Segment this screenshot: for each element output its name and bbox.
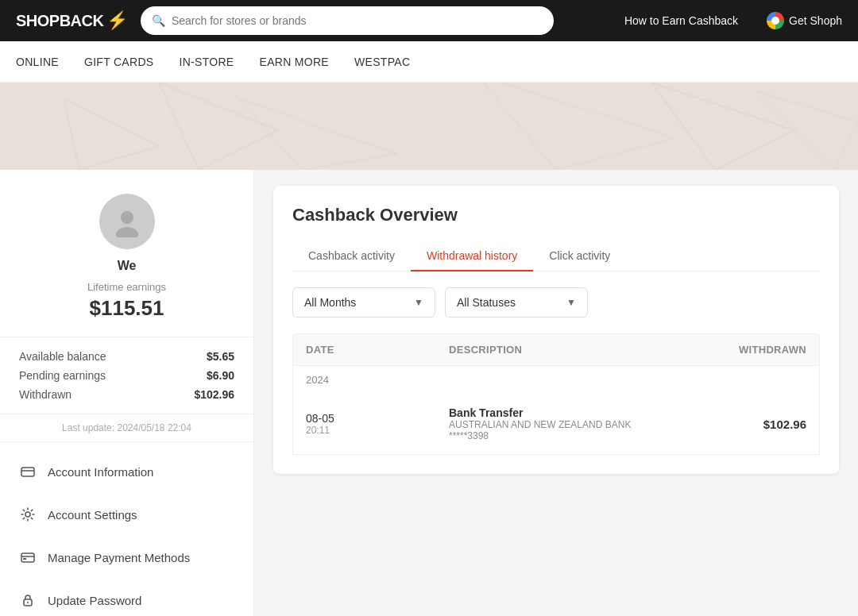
row-time: 20:11 [306, 425, 449, 436]
logo[interactable]: SHOPBACK ⚡ [16, 10, 128, 31]
col-description: Description [449, 344, 663, 356]
withdrawn-label: Withdrawn [19, 388, 72, 401]
lifetime-label: Lifetime earnings [87, 281, 166, 293]
search-input[interactable] [172, 14, 543, 27]
chrome-icon [767, 12, 784, 29]
last-update: Last update: 2024/05/18 22:04 [0, 414, 253, 442]
search-bar[interactable]: 🔍 [141, 6, 554, 35]
lifetime-amount: $115.51 [90, 296, 164, 321]
filters: All Months ▼ All Statuses ▼ [292, 287, 820, 318]
amount-cell: $102.96 [663, 418, 806, 431]
svg-point-9 [27, 602, 29, 603]
menu-label-account-settings: Account Settings [48, 508, 137, 522]
lock-icon [19, 591, 37, 609]
svg-point-1 [116, 227, 138, 237]
col-withdrawn: Withdrawn [663, 344, 806, 356]
main-content: We Lifetime earnings $115.51 Available b… [0, 170, 858, 616]
nav-online[interactable]: ONLINE [16, 52, 59, 71]
sidebar-profile: We Lifetime earnings $115.51 [0, 170, 253, 337]
filter-months-dropdown[interactable]: All Months ▼ [292, 287, 435, 318]
description-cell: Bank Transfer AUSTRALIAN AND NEW ZEALAND… [449, 406, 663, 441]
menu-item-update-password[interactable]: Update Password [0, 579, 253, 616]
balance-section: Available balance $5.65 Pending earnings… [0, 337, 253, 414]
svg-point-4 [25, 512, 30, 517]
table-header: Date Description Withdrawn [292, 333, 820, 366]
col-date: Date [306, 344, 449, 356]
available-balance-label: Available balance [19, 350, 106, 363]
menu-item-payment-methods[interactable]: Manage Payment Methods [0, 536, 253, 579]
tabs: Cashback activity Withdrawal history Cli… [292, 241, 820, 271]
card-icon [19, 463, 37, 480]
search-icon: 🔍 [152, 14, 165, 27]
svg-rect-2 [21, 468, 34, 476]
withdrawn-value: $102.96 [194, 388, 234, 401]
chevron-down-icon-2: ▼ [566, 297, 576, 308]
last-update-value: 2024/05/18 22:04 [117, 422, 191, 433]
pending-earnings-row: Pending earnings $6.90 [19, 369, 234, 382]
row-amount: $102.96 [763, 418, 806, 431]
nav-westpac[interactable]: WESTPAC [354, 52, 410, 71]
gear-icon [19, 506, 37, 523]
main-panel: Cashback Overview Cashback activity With… [254, 170, 858, 490]
table-row: 08-05 20:11 Bank Transfer AUSTRALIAN AND… [292, 394, 820, 455]
logo-text: SHOPBACK [16, 12, 103, 30]
nav-gift-cards[interactable]: GIFT CARDS [84, 52, 154, 71]
chevron-down-icon: ▼ [414, 297, 423, 308]
sidebar-menu: Account Information Account Settings Man… [0, 442, 253, 616]
sidebar: We Lifetime earnings $115.51 Available b… [0, 170, 254, 616]
secondary-nav: ONLINE GIFT CARDS IN-STORE EARN MORE WES… [0, 41, 858, 83]
svg-point-0 [121, 211, 133, 224]
tab-withdrawal-history[interactable]: Withdrawal history [411, 241, 533, 271]
row-date: 08-05 [306, 412, 449, 425]
row-description: Bank Transfer [449, 406, 663, 419]
pending-earnings-label: Pending earnings [19, 369, 106, 382]
menu-label-account-info: Account Information [48, 465, 153, 479]
nav-in-store[interactable]: IN-STORE [179, 52, 234, 71]
payment-icon [19, 549, 37, 566]
hero-banner [0, 83, 858, 170]
username: We [118, 259, 137, 273]
menu-label-update-password: Update Password [48, 594, 141, 607]
avatar [99, 194, 155, 249]
how-to-earn-link[interactable]: How to Earn Cashback [624, 14, 738, 27]
tab-cashback-activity[interactable]: Cashback activity [292, 241, 411, 271]
filter-months-label: All Months [304, 296, 356, 309]
available-balance-row: Available balance $5.65 [19, 350, 234, 363]
year-group: 2024 [292, 366, 820, 394]
date-cell: 08-05 20:11 [306, 412, 449, 436]
menu-label-payment: Manage Payment Methods [48, 551, 190, 564]
filter-statuses-dropdown[interactable]: All Statuses ▼ [445, 287, 588, 318]
hero-pattern [0, 83, 858, 170]
svg-rect-7 [23, 558, 26, 560]
avatar-icon [111, 206, 143, 237]
withdrawn-row: Withdrawn $102.96 [19, 388, 234, 401]
overview-title: Cashback Overview [292, 205, 820, 225]
top-nav: SHOPBACK ⚡ 🔍 How to Earn Cashback Get Sh… [0, 0, 858, 41]
last-update-label: Last update: [62, 422, 114, 433]
available-balance-value: $5.65 [207, 350, 234, 363]
chrome-extension-area: Get Shoph [767, 12, 842, 29]
nav-earn-more[interactable]: EARN MORE [260, 52, 330, 71]
pending-earnings-value: $6.90 [207, 369, 234, 382]
menu-item-account-settings[interactable]: Account Settings [0, 493, 253, 536]
filter-statuses-label: All Statuses [457, 296, 516, 309]
row-bank: AUSTRALIAN AND NEW ZEALAND BANK *****339… [449, 419, 663, 441]
svg-rect-5 [21, 553, 34, 562]
get-shopback-label: Get Shoph [789, 14, 842, 27]
menu-item-account-info[interactable]: Account Information [0, 450, 253, 493]
tab-click-activity[interactable]: Click activity [533, 241, 626, 271]
cashback-overview-card: Cashback Overview Cashback activity With… [273, 186, 839, 474]
logo-bolt: ⚡ [106, 10, 128, 31]
